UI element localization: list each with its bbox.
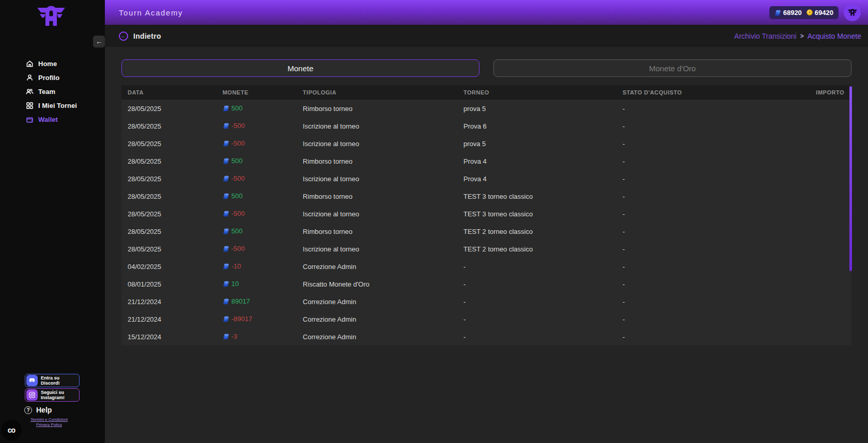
table-row[interactable]: 28/05/2025 -500 Iscrizione al torneo Pro… — [121, 170, 851, 187]
coin-amount: -10 — [231, 262, 241, 270]
table-row[interactable]: 21/12/2024 89017 Correzione Admin - - — [121, 293, 851, 310]
table-row[interactable]: 15/12/2024 -3 Correzione Admin - - — [121, 328, 851, 345]
cell-tipologia: Iscrizione al torneo — [297, 122, 457, 130]
cell-torneo: TEST 2 torneo classico — [457, 228, 616, 235]
tab-monete[interactable]: Monete — [121, 59, 479, 77]
cell-stato: - — [616, 210, 792, 218]
cell-stato: - — [616, 280, 792, 288]
home-icon — [26, 60, 34, 68]
table-row[interactable]: 28/05/2025 -500 Iscrizione al torneo TES… — [121, 205, 851, 223]
app-logo[interactable] — [33, 4, 69, 32]
cell-data: 28/05/2025 — [121, 245, 216, 253]
cell-stato: - — [616, 105, 792, 113]
instagram-button[interactable]: Seguici suInstagram! — [25, 388, 80, 402]
cell-torneo: prova 5 — [457, 140, 616, 148]
cell-stato: - — [616, 122, 792, 130]
cell-torneo: - — [457, 298, 616, 306]
sub-bar: ← Indietro Archivio Transizioni > Acquis… — [105, 25, 868, 47]
cell-monete: 89017 — [216, 297, 297, 306]
table-row[interactable]: 28/05/2025 -500 Iscrizione al torneo TES… — [121, 240, 851, 258]
column-header-tipologia: TIPOLOGIA — [297, 89, 457, 96]
cell-tipologia: Rimborso torneo — [297, 105, 457, 113]
table-row[interactable]: 28/05/2025 500 Rimborso torneo Prova 4 - — [121, 152, 851, 170]
blue-coin-icon — [223, 280, 229, 287]
cell-monete: -500 — [216, 139, 297, 148]
sidebar-item-profilo[interactable]: Profilo — [0, 71, 105, 85]
table-row[interactable]: 04/02/2025 -10 Correzione Admin - - — [121, 258, 851, 275]
table-row[interactable]: 28/05/2025 500 Rimborso torneo TEST 2 to… — [121, 223, 851, 240]
table-row[interactable]: 28/05/2025 -500 Iscrizione al torneo pro… — [121, 135, 851, 152]
user-avatar[interactable] — [844, 4, 861, 21]
cell-monete: -3 — [216, 333, 297, 341]
coin-amount: 500 — [231, 104, 243, 112]
discord-button[interactable]: Entra suDiscord! — [25, 374, 80, 387]
table-row[interactable]: 08/01/2025 10 Riscatto Monete d'Oro - - — [121, 275, 851, 293]
cell-stato: - — [616, 315, 792, 323]
cell-tipologia: Riscatto Monete d'Oro — [297, 280, 457, 288]
cell-monete: 10 — [216, 280, 297, 289]
tab-monete-oro[interactable]: Monete d'Oro — [493, 59, 851, 77]
help-icon: ? — [24, 406, 32, 414]
sidebar-item-label: Team — [38, 88, 55, 96]
cell-stato: - — [616, 263, 792, 271]
sidebar-item-team[interactable]: Team — [0, 85, 105, 99]
cell-data: 28/05/2025 — [121, 157, 216, 165]
breadcrumb-parent[interactable]: Archivio Transizioni — [734, 32, 797, 40]
column-header-monete: MONETE — [216, 89, 297, 96]
accessibility-widget[interactable]: co — [1, 420, 22, 440]
sidebar-item-label: I Miei Tornei — [38, 102, 77, 109]
top-bar: Tourn Academy 68920 ✦ 69420 — [105, 0, 868, 25]
blue-coin-icon — [223, 228, 229, 234]
sidebar-item-wallet[interactable]: Wallet — [0, 113, 105, 126]
sidebar-item-home[interactable]: Home — [0, 57, 105, 71]
cell-monete: -500 — [216, 210, 297, 218]
cell-data: 21/12/2024 — [121, 298, 216, 306]
table-scrollbar[interactable] — [849, 86, 852, 271]
blue-coin-icon — [223, 175, 229, 182]
cell-torneo: Prova 6 — [457, 122, 616, 130]
cell-tipologia: Rimborso torneo — [297, 228, 457, 235]
cell-data: 28/05/2025 — [121, 228, 216, 235]
breadcrumb-current[interactable]: Acquisto Monete — [808, 32, 861, 40]
help-button[interactable]: ? Help — [24, 406, 52, 414]
profile-icon — [26, 74, 34, 82]
cell-stato: - — [616, 298, 792, 306]
cell-data: 15/12/2024 — [121, 333, 216, 341]
column-header-data: DATA — [121, 89, 216, 96]
blue-coin-balance: 68920 — [783, 9, 802, 17]
back-button[interactable]: ← Indietro — [119, 31, 161, 41]
discord-button-label: Entra suDiscord! — [41, 375, 60, 386]
sidebar-item-tornei[interactable]: I Miei Tornei — [0, 99, 105, 113]
table-row[interactable]: 28/05/2025 -500 Iscrizione al torneo Pro… — [121, 117, 851, 135]
coin-amount: 89017 — [231, 297, 250, 305]
breadcrumb: Archivio Transizioni > Acquisto Monete — [734, 32, 861, 40]
blue-coin-icon — [223, 263, 229, 270]
table-header: DATA MONETE TIPOLOGIA TORNEO STATO D'ACQ… — [121, 85, 851, 100]
cell-monete: 500 — [216, 157, 297, 166]
blue-coin-icon — [223, 105, 229, 112]
cell-stato: - — [616, 228, 792, 235]
sidebar-item-label: Wallet — [38, 116, 58, 123]
team-icon — [26, 88, 34, 96]
app-title: Tourn Academy — [119, 8, 183, 17]
discord-icon — [26, 375, 38, 386]
cell-stato: - — [616, 193, 792, 200]
sidebar-collapse-button[interactable]: ← — [93, 36, 105, 48]
coin-amount: -89017 — [231, 315, 252, 323]
gold-coin-icon: ✦ — [807, 9, 813, 15]
back-arrow-icon: ← — [119, 31, 128, 41]
cell-monete: 500 — [216, 192, 297, 201]
coin-amount: 500 — [231, 227, 243, 235]
table-row[interactable]: 28/05/2025 500 Rimborso torneo prova 5 - — [121, 100, 851, 117]
coin-amount: 500 — [231, 192, 243, 200]
table-row[interactable]: 28/05/2025 500 Rimborso torneo TEST 3 to… — [121, 187, 851, 205]
table-row[interactable]: 21/12/2024 -89017 Correzione Admin - - — [121, 310, 851, 328]
column-header-importo: IMPORTO — [792, 89, 851, 96]
cell-monete: -10 — [216, 262, 297, 271]
instagram-button-label: Seguici suInstagram! — [41, 390, 65, 401]
cell-torneo: TEST 3 torneo classico — [457, 193, 616, 200]
blue-coin-icon — [223, 193, 229, 199]
wallet-balance-pill[interactable]: 68920 ✦ 69420 — [769, 6, 839, 19]
cell-data: 21/12/2024 — [121, 315, 216, 323]
cell-torneo: Prova 4 — [457, 175, 616, 183]
